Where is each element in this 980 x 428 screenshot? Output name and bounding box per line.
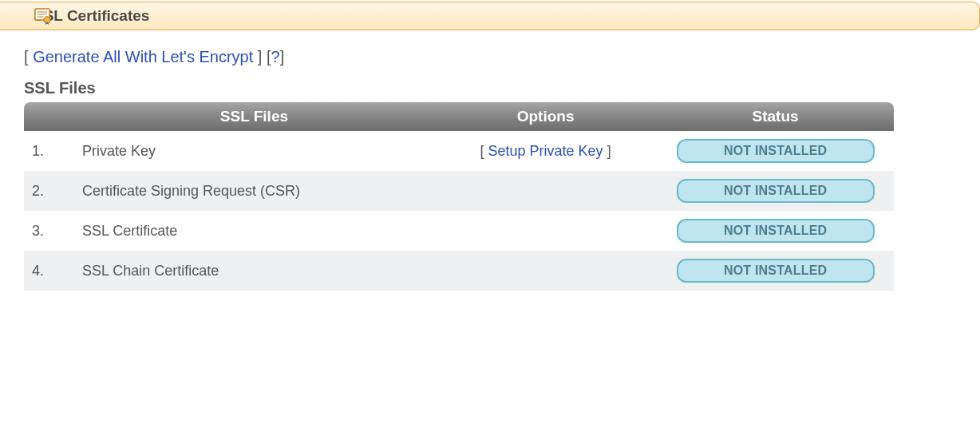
status-badge: NOT INSTALLED [677, 139, 875, 163]
table-row: 4. SSL Chain Certificate NOT INSTALLED [24, 251, 894, 291]
row-name: SSL Certificate [74, 211, 434, 251]
table-row: 1. Private Key [ Setup Private Key ] NOT… [24, 131, 894, 171]
row-number: 1. [24, 131, 74, 171]
actions-row: [ Generate All With Let's Encrypt ] [?] [0, 30, 980, 66]
row-status: NOT INSTALLED [657, 171, 894, 211]
row-name: Private Key [74, 131, 434, 171]
section-title: SSL Files [0, 66, 980, 102]
row-number: 2. [24, 171, 74, 211]
row-options [434, 211, 657, 251]
row-number: 3. [24, 211, 74, 251]
row-name: SSL Chain Certificate [74, 251, 434, 291]
panel-header: SSL Certificates [0, 2, 980, 30]
setup-private-key-link[interactable]: Setup Private Key [488, 143, 603, 159]
row-options [434, 171, 657, 211]
row-options [434, 251, 657, 291]
bracket-open: [ [24, 48, 33, 65]
generate-all-link[interactable]: Generate All With Let's Encrypt [33, 48, 253, 65]
table-row: 3. SSL Certificate NOT INSTALLED [24, 211, 894, 251]
col-status: Status [657, 102, 894, 131]
bracket-close: ] [253, 48, 267, 65]
help-bracket-close: ] [280, 48, 285, 65]
row-options: [ Setup Private Key ] [434, 131, 657, 171]
row-name: Certificate Signing Request (CSR) [74, 171, 434, 211]
table-row: 2. Certificate Signing Request (CSR) NOT… [24, 171, 894, 211]
row-status: NOT INSTALLED [657, 251, 894, 291]
row-status: NOT INSTALLED [657, 211, 894, 251]
certificate-icon [34, 6, 53, 26]
status-badge: NOT INSTALLED [677, 259, 875, 283]
status-badge: NOT INSTALLED [677, 179, 875, 203]
col-ssl-files: SSL Files [74, 102, 434, 131]
table-header-row: SSL Files Options Status [24, 102, 894, 131]
col-options: Options [434, 102, 657, 131]
status-badge: NOT INSTALLED [677, 219, 875, 243]
help-link[interactable]: ? [271, 48, 280, 65]
row-number: 4. [24, 251, 74, 291]
col-blank [24, 102, 74, 131]
svg-point-4 [44, 17, 50, 23]
ssl-files-table: SSL Files Options Status 1. Private Key … [24, 102, 894, 291]
row-status: NOT INSTALLED [657, 131, 894, 171]
